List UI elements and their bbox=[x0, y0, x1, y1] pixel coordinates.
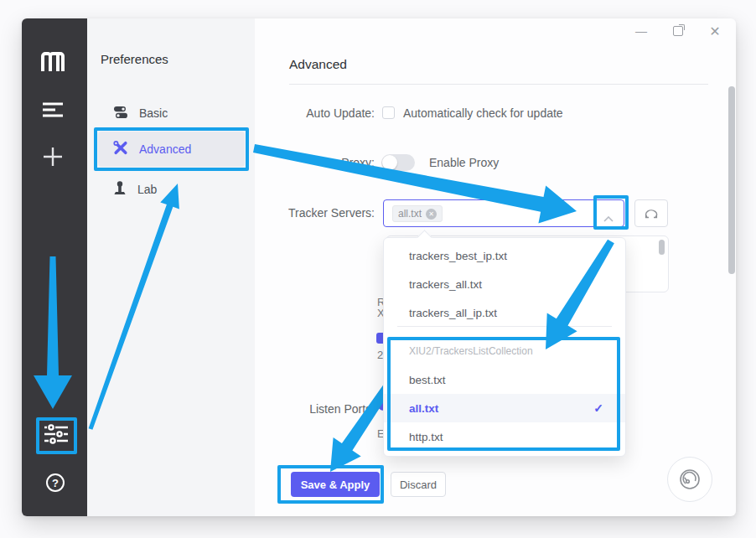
minimize-button[interactable]: — bbox=[632, 22, 650, 40]
auto-update-checkbox-label: Automatically check for update bbox=[403, 106, 563, 120]
speedometer-icon bbox=[677, 467, 702, 492]
maximize-button[interactable] bbox=[669, 22, 687, 40]
annotation-box-group-list bbox=[387, 337, 620, 451]
listen-ports-label: Listen Ports: bbox=[266, 402, 375, 416]
annotation-box-save-button bbox=[277, 465, 384, 504]
auto-update-label: Auto Update: bbox=[266, 106, 375, 120]
tracker-servers-select[interactable]: all.txt ✕ bbox=[383, 199, 624, 227]
remove-tag-icon[interactable]: ✕ bbox=[426, 209, 437, 220]
page-title: Advanced bbox=[289, 57, 347, 72]
window-controls: — ✕ bbox=[632, 22, 724, 40]
sync-icon bbox=[644, 207, 659, 220]
auto-update-checkbox[interactable] bbox=[382, 106, 395, 119]
nav-item-label: Lab bbox=[137, 183, 157, 196]
dropdown-option[interactable]: trackers_all.txt bbox=[384, 270, 625, 298]
maximize-icon bbox=[673, 26, 683, 36]
dropdown-separator bbox=[397, 326, 612, 327]
close-button[interactable]: ✕ bbox=[706, 22, 724, 40]
main-scrollbar[interactable] bbox=[728, 86, 735, 274]
screenshot-canvas: ? Preferences Basic Advanced bbox=[0, 0, 756, 538]
tag-label: all.txt bbox=[398, 208, 422, 220]
annotation-box-preferences-icon bbox=[36, 417, 77, 454]
annotation-box-chevron bbox=[593, 195, 629, 230]
nav-item-label: Basic bbox=[139, 106, 168, 120]
preferences-nav: Preferences Basic Advanced Lab bbox=[87, 18, 255, 516]
dropdown-option[interactable]: trackers_best_ip.txt bbox=[384, 241, 625, 270]
toggle-knob bbox=[382, 155, 397, 170]
motrix-logo-icon bbox=[38, 49, 68, 75]
add-task-button[interactable] bbox=[42, 146, 64, 168]
title-divider bbox=[289, 84, 708, 85]
task-list-button[interactable] bbox=[41, 101, 65, 119]
textarea-scrollbar[interactable] bbox=[659, 240, 665, 255]
lab-icon bbox=[113, 181, 127, 199]
app-window: ? Preferences Basic Advanced bbox=[22, 18, 736, 516]
selected-tracker-tag: all.txt ✕ bbox=[392, 205, 443, 222]
preferences-title: Preferences bbox=[101, 52, 168, 66]
basic-toggles-icon bbox=[113, 106, 128, 122]
nav-item-basic[interactable]: Basic bbox=[98, 96, 245, 131]
proxy-toggle-label: Enable Proxy bbox=[429, 156, 499, 169]
annotation-box-advanced bbox=[94, 127, 249, 171]
nav-item-lab[interactable]: Lab bbox=[98, 172, 245, 207]
speed-limit-button[interactable] bbox=[667, 457, 712, 502]
proxy-label: Proxy: bbox=[266, 156, 375, 169]
dropdown-option[interactable]: trackers_all_ip.txt bbox=[384, 298, 625, 327]
tracker-servers-label: Tracker Servers: bbox=[266, 206, 375, 220]
help-button[interactable]: ? bbox=[46, 473, 65, 492]
proxy-toggle[interactable] bbox=[381, 154, 415, 171]
sync-trackers-button[interactable] bbox=[634, 199, 668, 227]
discard-button[interactable]: Discard bbox=[391, 472, 446, 497]
